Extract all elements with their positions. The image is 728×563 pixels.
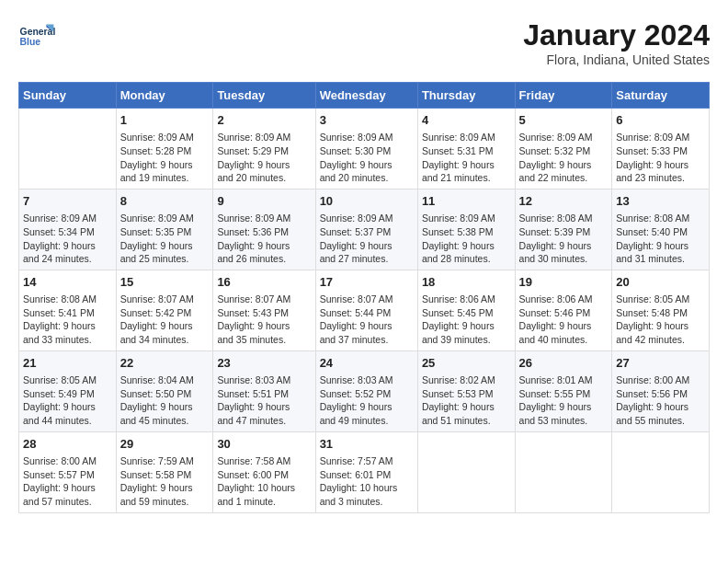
day-info: Sunrise: 8:09 AMSunset: 5:37 PMDaylight:… [320, 212, 414, 266]
calendar-cell: 15Sunrise: 8:07 AMSunset: 5:42 PMDayligh… [116, 270, 213, 350]
day-info: Sunrise: 8:04 AMSunset: 5:50 PMDaylight:… [120, 373, 210, 428]
day-number: 19 [519, 274, 609, 291]
calendar-cell: 4Sunrise: 8:09 AMSunset: 5:31 PMDaylight… [417, 109, 515, 190]
day-number: 5 [519, 112, 609, 129]
day-info: Sunrise: 8:09 AMSunset: 5:38 PMDaylight:… [422, 212, 511, 266]
calendar-cell: 9Sunrise: 8:09 AMSunset: 5:36 PMDaylight… [213, 189, 315, 270]
title-block: January 2024 Flora, Indiana, United Stat… [523, 18, 710, 67]
calendar-cell: 14Sunrise: 8:08 AMSunset: 5:41 PMDayligh… [19, 270, 117, 350]
calendar-cell: 30Sunrise: 7:58 AMSunset: 6:00 PMDayligh… [213, 431, 315, 512]
day-info: Sunrise: 8:09 AMSunset: 5:34 PMDaylight:… [23, 212, 112, 266]
day-info: Sunrise: 8:07 AMSunset: 5:43 PMDaylight:… [217, 293, 311, 347]
logo: General Blue [18, 18, 59, 55]
week-row-5: 28Sunrise: 8:00 AMSunset: 5:57 PMDayligh… [19, 431, 710, 512]
calendar-cell: 23Sunrise: 8:03 AMSunset: 5:51 PMDayligh… [213, 350, 315, 431]
calendar-cell: 18Sunrise: 8:06 AMSunset: 5:45 PMDayligh… [417, 270, 515, 350]
day-number: 25 [422, 355, 511, 372]
calendar-cell: 16Sunrise: 8:07 AMSunset: 5:43 PMDayligh… [213, 270, 315, 350]
day-info: Sunrise: 8:09 AMSunset: 5:30 PMDaylight:… [320, 131, 414, 185]
calendar-cell: 29Sunrise: 7:59 AMSunset: 5:58 PMDayligh… [116, 431, 213, 512]
day-info: Sunrise: 8:06 AMSunset: 5:45 PMDaylight:… [422, 293, 511, 347]
calendar-cell: 12Sunrise: 8:08 AMSunset: 5:39 PMDayligh… [515, 189, 612, 270]
day-info: Sunrise: 7:58 AMSunset: 6:00 PMDaylight:… [217, 454, 311, 509]
day-number: 10 [320, 193, 414, 210]
day-number: 4 [422, 112, 511, 129]
day-number: 16 [217, 274, 311, 291]
calendar-cell: 27Sunrise: 8:00 AMSunset: 5:56 PMDayligh… [612, 350, 710, 431]
logo-icon: General Blue [18, 18, 55, 55]
day-number: 28 [23, 436, 112, 453]
day-number: 21 [23, 355, 112, 372]
day-number: 18 [422, 274, 511, 291]
header-wednesday: Wednesday [315, 83, 417, 109]
calendar-cell: 7Sunrise: 8:09 AMSunset: 5:34 PMDaylight… [19, 189, 117, 270]
day-number: 24 [320, 355, 414, 372]
day-number: 8 [120, 193, 210, 210]
calendar-cell [515, 431, 612, 512]
day-number: 17 [320, 274, 414, 291]
day-number: 26 [519, 355, 609, 372]
day-number: 6 [616, 112, 705, 129]
day-number: 1 [120, 112, 210, 129]
page-header: General Blue January 2024 Flora, Indiana… [18, 18, 710, 67]
day-info: Sunrise: 8:07 AMSunset: 5:44 PMDaylight:… [320, 293, 414, 347]
calendar-cell: 26Sunrise: 8:01 AMSunset: 5:55 PMDayligh… [515, 350, 612, 431]
day-info: Sunrise: 8:00 AMSunset: 5:57 PMDaylight:… [23, 454, 112, 509]
day-info: Sunrise: 8:09 AMSunset: 5:33 PMDaylight:… [616, 131, 705, 185]
day-info: Sunrise: 8:05 AMSunset: 5:49 PMDaylight:… [23, 373, 112, 428]
day-number: 27 [616, 355, 705, 372]
day-info: Sunrise: 8:05 AMSunset: 5:48 PMDaylight:… [616, 293, 705, 347]
day-info: Sunrise: 8:03 AMSunset: 5:52 PMDaylight:… [320, 373, 414, 428]
calendar-cell: 31Sunrise: 7:57 AMSunset: 6:01 PMDayligh… [315, 431, 417, 512]
day-number: 12 [519, 193, 609, 210]
calendar-title: January 2024 [523, 18, 710, 52]
calendar-cell: 28Sunrise: 8:00 AMSunset: 5:57 PMDayligh… [19, 431, 117, 512]
day-info: Sunrise: 8:07 AMSunset: 5:42 PMDaylight:… [120, 293, 210, 347]
calendar-cell: 11Sunrise: 8:09 AMSunset: 5:38 PMDayligh… [417, 189, 515, 270]
day-info: Sunrise: 8:08 AMSunset: 5:39 PMDaylight:… [519, 212, 609, 266]
day-info: Sunrise: 7:57 AMSunset: 6:01 PMDaylight:… [320, 454, 414, 509]
header-thursday: Thursday [417, 83, 515, 109]
calendar-cell [417, 431, 515, 512]
week-row-3: 14Sunrise: 8:08 AMSunset: 5:41 PMDayligh… [19, 270, 710, 350]
calendar-header-row: SundayMondayTuesdayWednesdayThursdayFrid… [19, 83, 710, 109]
calendar-cell: 13Sunrise: 8:08 AMSunset: 5:40 PMDayligh… [612, 189, 710, 270]
calendar-cell: 24Sunrise: 8:03 AMSunset: 5:52 PMDayligh… [315, 350, 417, 431]
day-info: Sunrise: 8:09 AMSunset: 5:35 PMDaylight:… [120, 212, 210, 266]
day-info: Sunrise: 8:09 AMSunset: 5:29 PMDaylight:… [217, 131, 311, 185]
day-info: Sunrise: 8:06 AMSunset: 5:46 PMDaylight:… [519, 293, 609, 347]
calendar-table: SundayMondayTuesdayWednesdayThursdayFrid… [18, 82, 710, 513]
day-info: Sunrise: 8:02 AMSunset: 5:53 PMDaylight:… [422, 373, 511, 428]
day-info: Sunrise: 8:03 AMSunset: 5:51 PMDaylight:… [217, 373, 311, 428]
day-number: 3 [320, 112, 414, 129]
day-number: 22 [120, 355, 210, 372]
day-number: 31 [320, 436, 414, 453]
day-info: Sunrise: 8:08 AMSunset: 5:40 PMDaylight:… [616, 212, 705, 266]
day-number: 14 [23, 274, 112, 291]
calendar-cell [19, 109, 117, 190]
day-number: 30 [217, 436, 311, 453]
day-number: 9 [217, 193, 311, 210]
day-info: Sunrise: 8:09 AMSunset: 5:31 PMDaylight:… [422, 131, 511, 185]
week-row-1: 1Sunrise: 8:09 AMSunset: 5:28 PMDaylight… [19, 109, 710, 190]
calendar-cell: 6Sunrise: 8:09 AMSunset: 5:33 PMDaylight… [612, 109, 710, 190]
day-info: Sunrise: 8:01 AMSunset: 5:55 PMDaylight:… [519, 373, 609, 428]
calendar-cell [612, 431, 710, 512]
calendar-cell: 25Sunrise: 8:02 AMSunset: 5:53 PMDayligh… [417, 350, 515, 431]
calendar-cell: 1Sunrise: 8:09 AMSunset: 5:28 PMDaylight… [116, 109, 213, 190]
calendar-cell: 21Sunrise: 8:05 AMSunset: 5:49 PMDayligh… [19, 350, 117, 431]
day-number: 11 [422, 193, 511, 210]
calendar-cell: 8Sunrise: 8:09 AMSunset: 5:35 PMDaylight… [116, 189, 213, 270]
day-number: 7 [23, 193, 112, 210]
calendar-cell: 10Sunrise: 8:09 AMSunset: 5:37 PMDayligh… [315, 189, 417, 270]
day-info: Sunrise: 8:00 AMSunset: 5:56 PMDaylight:… [616, 373, 705, 428]
day-number: 29 [120, 436, 210, 453]
header-sunday: Sunday [19, 83, 117, 109]
calendar-cell: 19Sunrise: 8:06 AMSunset: 5:46 PMDayligh… [515, 270, 612, 350]
day-info: Sunrise: 8:09 AMSunset: 5:32 PMDaylight:… [519, 131, 609, 185]
day-number: 23 [217, 355, 311, 372]
week-row-4: 21Sunrise: 8:05 AMSunset: 5:49 PMDayligh… [19, 350, 710, 431]
day-info: Sunrise: 8:09 AMSunset: 5:28 PMDaylight:… [120, 131, 210, 185]
calendar-cell: 2Sunrise: 8:09 AMSunset: 5:29 PMDaylight… [213, 109, 315, 190]
day-info: Sunrise: 8:08 AMSunset: 5:41 PMDaylight:… [23, 293, 112, 347]
